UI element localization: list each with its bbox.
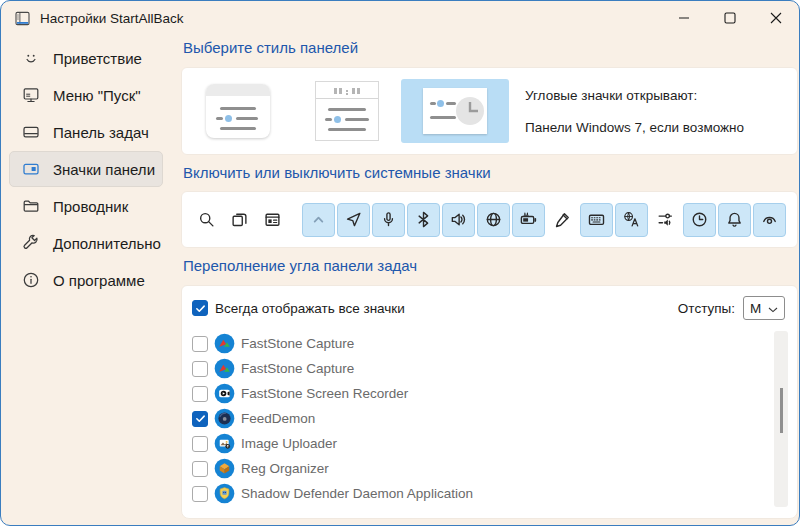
language-icon [623,211,640,228]
sidebar-item-label: Проводник [53,198,128,215]
startallback-settings-window: Настройки StartAllBack ПриветствиеМеню "… [0,0,800,526]
tray-toggle-notifications-bell-icon[interactable] [718,203,751,237]
sidebar-item-advanced[interactable]: Дополнительно [9,225,163,261]
volume-icon [450,211,467,228]
sidebar-item-label: О программе [53,272,145,289]
search-icon [198,211,215,228]
chevron-down-icon [768,301,778,316]
tray-toggle-language-icon[interactable] [615,203,648,237]
smiley-icon [22,49,40,67]
spacing-value: M [750,301,761,316]
tray-toggle-volume-mixer-icon[interactable] [650,204,680,236]
app-row: Reg Organizer [192,456,785,481]
corner-icons-value: Панели Windows 7, если возможно [525,120,744,135]
system-icons-heading: Включить или выключить системные значки [183,164,798,181]
app-checkbox[interactable] [192,361,208,377]
pen-icon [554,211,571,228]
app-row: FastStone Screen Recorder [192,381,785,406]
style-option-rounded[interactable] [206,84,270,138]
app-label: FastStone Capture [241,361,354,376]
tray-toggle-microphone-icon[interactable] [372,203,405,237]
faststone-screen-recorder-icon [214,383,235,404]
location-icon [345,211,362,228]
app-checkbox[interactable] [192,386,208,402]
tray-toggle-task-view-icon[interactable] [224,204,254,236]
image-uploader-icon [214,433,235,454]
checkbox-checked-icon [192,300,208,316]
app-label: FeedDemon [241,411,315,426]
tray-toggle-bluetooth-icon[interactable] [407,203,440,237]
tray-toggle-search-icon[interactable] [191,204,221,236]
tray-toggle-location-icon[interactable] [337,203,370,237]
sidebar-item-start-menu[interactable]: Меню "Пуск" [9,77,163,113]
corner-icons-label: Угловые значки открывают: [525,88,744,103]
faststone-capture-icon [214,333,235,354]
sidebar-item-label: Дополнительно [53,235,161,252]
app-checkbox[interactable] [192,486,208,502]
always-show-label: Всегда отображать все значки [215,301,405,316]
tray-toggle-clock-icon[interactable] [683,203,716,237]
sidebar: ПриветствиеМеню "Пуск"Панель задачЗначки… [1,35,171,525]
minimize-button[interactable] [661,1,707,35]
clock-preview-icon [455,96,485,130]
window-title: Настройки StartAllBack [40,11,183,26]
app-row: FastStone Capture [192,331,785,356]
app-checkbox[interactable] [192,436,208,452]
microphone-icon [380,211,397,228]
sidebar-item-about[interactable]: О программе [9,262,163,298]
app-checkbox[interactable] [192,411,208,427]
app-label: FastStone Capture [241,336,354,351]
maximize-button[interactable] [707,1,753,35]
show-hidden-eye-icon [761,211,778,228]
titlebar: Настройки StartAllBack [1,1,799,35]
tray-toggle-show-hidden-eye-icon[interactable] [753,203,786,237]
sidebar-item-welcome[interactable]: Приветствие [9,40,163,76]
spacing-select[interactable]: M [743,296,785,320]
task-view-icon [231,211,248,228]
style-option-classic[interactable] [315,81,379,141]
overflow-heading: Переполнение угла панели задач [183,257,798,274]
reg-organizer-icon [214,458,235,479]
sidebar-item-explorer[interactable]: Проводник [9,188,163,224]
always-show-all-icons-checkbox[interactable]: Всегда отображать все значки [192,300,405,316]
info-icon [22,271,40,289]
start-menu-icon [22,86,40,104]
app-label: Shadow Defender Daemon Application [241,486,473,501]
scrollbar-thumb[interactable] [780,388,783,433]
tray-toggle-volume-icon[interactable] [442,203,475,237]
sidebar-item-tray-icons[interactable]: Значки панели [9,151,163,187]
tray-toggle-widgets-icon[interactable] [257,204,287,236]
app-label: Image Uploader [241,436,337,451]
spacing-label: Отступы: [678,301,735,316]
sidebar-item-label: Меню "Пуск" [53,87,141,104]
style-option-win7-selected[interactable] [401,79,509,143]
app-row: FeedDemon [192,406,785,431]
tray-toggle-pen-icon[interactable] [547,204,577,236]
sidebar-item-taskbar[interactable]: Панель задач [9,114,163,150]
tray-toggle-battery-charging-icon[interactable] [512,203,545,237]
tray-toggle-keyboard-icon[interactable] [580,203,613,237]
app-checkbox[interactable] [192,336,208,352]
volume-mixer-icon [657,211,674,228]
close-button[interactable] [753,1,799,35]
style-panel: Угловые значки открывают: Панели Windows… [181,67,798,155]
style-options [182,79,509,143]
keyboard-icon [588,211,605,228]
app-label: Reg Organizer [241,461,329,476]
app-list-scrollbar[interactable] [774,331,788,507]
sidebar-item-label: Панель задач [53,124,149,141]
app-list: FastStone CaptureFastStone CaptureFastSt… [192,331,785,506]
app-label: FastStone Screen Recorder [241,386,408,401]
notifications-bell-icon [726,211,743,228]
shadow-defender-icon [214,483,235,504]
app-row: FastStone Capture [192,356,785,381]
tray-toggle-chevron-up-icon[interactable] [302,203,335,237]
tray-toggle-network-globe-icon[interactable] [477,203,510,237]
folder-icon [22,197,40,215]
widgets-icon [264,211,281,228]
network-globe-icon [485,211,502,228]
feeddemon-icon [214,408,235,429]
app-checkbox[interactable] [192,461,208,477]
tray-icons-icon [22,160,40,178]
faststone-capture-icon [214,358,235,379]
